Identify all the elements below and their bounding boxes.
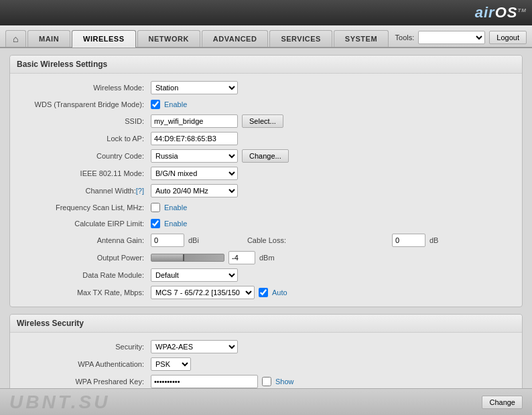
- ssid-input[interactable]: [151, 114, 238, 128]
- main-content: Basic Wireless Settings Wireless Mode: S…: [0, 48, 532, 415]
- channel-width-label: Channel Width:[?]: [10, 187, 151, 195]
- output-power-slider-track[interactable]: [151, 254, 224, 262]
- wireless-mode-row: Wireless Mode: Station Access Point AP-R…: [10, 79, 522, 96]
- change-button[interactable]: Change: [482, 396, 523, 409]
- tools-area: Tools: Logout: [395, 31, 527, 44]
- security-label: Security:: [10, 343, 151, 351]
- country-code-control: Russia Change...: [151, 149, 289, 163]
- cable-loss-label: Cable Loss:: [247, 236, 388, 244]
- max-tx-label: Max TX Rate, Mbps:: [10, 288, 151, 297]
- wpa-key-label: WPA Preshared Key:: [10, 378, 151, 386]
- show-key-checkbox[interactable]: [262, 377, 271, 386]
- basic-wireless-body: Wireless Mode: Station Access Point AP-R…: [10, 74, 522, 307]
- show-key-text: Show: [275, 378, 294, 386]
- wpa-auth-control: PSK EAP: [151, 357, 191, 371]
- wpa-auth-row: WPA Authentication: PSK EAP: [10, 355, 522, 373]
- dbi-unit: dBi: [188, 236, 199, 244]
- calc-eirp-checkbox[interactable]: [151, 219, 160, 228]
- cable-loss-input[interactable]: [392, 234, 425, 247]
- tab-home[interactable]: ⌂: [5, 30, 26, 47]
- output-power-input[interactable]: [228, 251, 255, 264]
- wds-checkbox[interactable]: [151, 100, 160, 109]
- security-select[interactable]: WPA2-AES None WEP WPA-AES WPA/WPA2: [151, 340, 238, 353]
- wpa-auth-label: WPA Authentication:: [10, 360, 151, 368]
- max-tx-auto-checkbox[interactable]: [259, 288, 268, 297]
- footer-bar: UBNT.SU Change: [0, 388, 532, 415]
- tab-main[interactable]: MAIN: [27, 30, 70, 47]
- wireless-security-body: Security: WPA2-AES None WEP WPA-AES WPA/…: [10, 333, 522, 396]
- ssid-row: SSID: Select...: [10, 112, 522, 130]
- antenna-gain-input[interactable]: [151, 234, 184, 247]
- basic-wireless-title: Basic Wireless Settings: [10, 56, 522, 74]
- ssid-select-button[interactable]: Select...: [242, 114, 283, 128]
- output-power-control: dBm: [151, 251, 275, 264]
- logo: airOSTM: [475, 4, 527, 21]
- tab-services[interactable]: SERVICES: [269, 30, 332, 47]
- wireless-mode-select[interactable]: Station Access Point AP-Repeater: [151, 81, 238, 94]
- data-rate-row: Data Rate Module: Default Custom: [10, 266, 522, 284]
- top-bar: airOSTM: [0, 0, 532, 25]
- calc-eirp-row: Calculate EIRP Limit: Enable: [10, 216, 522, 232]
- ieee-mode-control: B/G/N mixed A/N mixed N only: [151, 167, 238, 180]
- country-code-label: Country Code:: [10, 152, 151, 160]
- freq-scan-row: Frequency Scan List, MHz: Enable: [10, 199, 522, 216]
- country-change-button[interactable]: Change...: [242, 149, 289, 163]
- calc-eirp-control: Enable: [151, 219, 187, 228]
- lock-ap-input[interactable]: [151, 132, 238, 145]
- wpa-auth-select[interactable]: PSK EAP: [151, 357, 191, 371]
- logo-air: air: [475, 4, 495, 21]
- max-tx-row: Max TX Rate, Mbps: MCS 7 - 65/72.2 [135/…: [10, 284, 522, 301]
- ssid-control: Select...: [151, 114, 283, 128]
- tab-system[interactable]: SYSTEM: [334, 30, 389, 47]
- logout-button[interactable]: Logout: [489, 31, 527, 44]
- lock-ap-row: Lock to AP:: [10, 130, 522, 147]
- data-rate-select[interactable]: Default Custom: [151, 268, 238, 282]
- wds-enable-text: Enable: [164, 100, 187, 108]
- channel-width-control: Auto 20/40 MHz 20 MHz only 40 MHz: [151, 184, 238, 197]
- lock-ap-control: [151, 132, 238, 145]
- nav-bar: ⌂ MAIN WIRELESS NETWORK ADVANCED SERVICE…: [0, 25, 532, 48]
- channel-width-row: Channel Width:[?] Auto 20/40 MHz 20 MHz …: [10, 182, 522, 199]
- output-power-slider-fill: [151, 254, 184, 261]
- wpa-key-input[interactable]: [151, 375, 258, 388]
- security-control: WPA2-AES None WEP WPA-AES WPA/WPA2: [151, 340, 238, 353]
- db-unit: dB: [429, 236, 438, 244]
- calc-eirp-text: Enable: [164, 220, 187, 228]
- country-code-select[interactable]: Russia: [151, 149, 238, 163]
- freq-scan-checkbox[interactable]: [151, 203, 160, 212]
- wds-label: WDS (Transparent Bridge Mode):: [10, 100, 151, 108]
- lock-ap-label: Lock to AP:: [10, 135, 151, 143]
- tab-network[interactable]: NETWORK: [137, 30, 200, 47]
- tools-label: Tools:: [395, 33, 415, 42]
- data-rate-label: Data Rate Module:: [10, 271, 151, 279]
- data-rate-control: Default Custom: [151, 268, 238, 282]
- calc-eirp-label: Calculate EIRP Limit:: [10, 220, 151, 228]
- tab-wireless[interactable]: WIRELESS: [72, 30, 135, 48]
- antenna-cable-row: Antenna Gain: dBi Cable Loss: dB: [10, 232, 522, 249]
- max-tx-select[interactable]: MCS 7 - 65/72.2 [135/150: [151, 286, 255, 299]
- channel-width-select[interactable]: Auto 20/40 MHz 20 MHz only 40 MHz: [151, 184, 238, 197]
- freq-scan-label: Frequency Scan List, MHz:: [10, 203, 151, 212]
- wds-row: WDS (Transparent Bridge Mode): Enable: [10, 96, 522, 112]
- logo-tm: TM: [517, 7, 527, 13]
- ssid-label: SSID:: [10, 117, 151, 125]
- max-tx-control: MCS 7 - 65/72.2 [135/150 Auto: [151, 286, 287, 299]
- ieee-mode-label: IEEE 802.11 Mode:: [10, 169, 151, 177]
- freq-scan-control: Enable: [151, 203, 187, 212]
- wireless-mode-control: Station Access Point AP-Repeater: [151, 81, 238, 94]
- ieee-mode-row: IEEE 802.11 Mode: B/G/N mixed A/N mixed …: [10, 165, 522, 182]
- tab-advanced[interactable]: ADVANCED: [202, 30, 269, 47]
- wds-control: Enable: [151, 100, 187, 109]
- wireless-security-title: Wireless Security: [10, 315, 522, 333]
- output-power-row: Output Power: dBm: [10, 249, 522, 266]
- ieee-mode-select[interactable]: B/G/N mixed A/N mixed N only: [151, 167, 238, 180]
- wireless-security-section: Wireless Security Security: WPA2-AES Non…: [9, 314, 523, 396]
- wpa-key-control: Show: [151, 375, 294, 388]
- watermark: UBNT.SU: [9, 392, 110, 413]
- dbm-unit: dBm: [259, 254, 275, 262]
- freq-scan-text: Enable: [164, 203, 187, 212]
- logo-os: OS: [495, 4, 518, 21]
- basic-wireless-section: Basic Wireless Settings Wireless Mode: S…: [9, 55, 523, 307]
- tools-select[interactable]: [418, 31, 485, 44]
- wireless-mode-label: Wireless Mode:: [10, 84, 151, 92]
